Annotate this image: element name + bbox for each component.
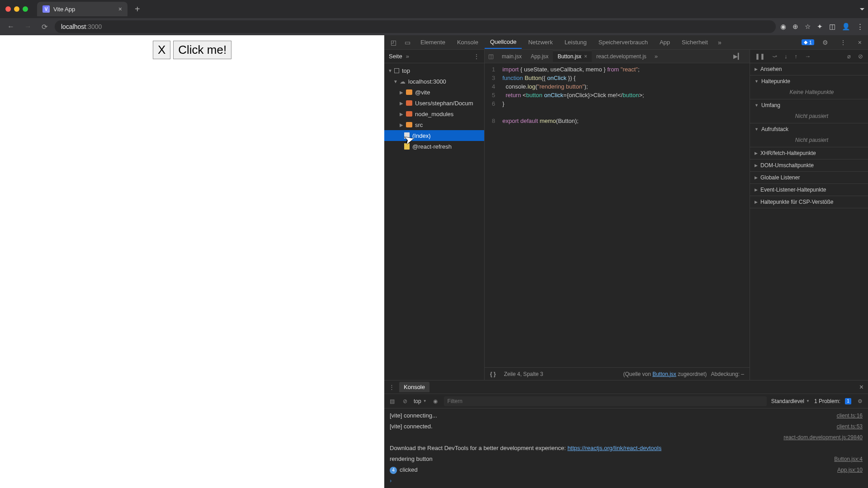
sourcemap-link[interactable]: Button.jsx — [652, 371, 676, 377]
log-source-link[interactable]: client.ts:16 — [837, 411, 863, 420]
tab-quellcode[interactable]: Quellcode — [485, 36, 522, 49]
debug-section[interactable]: ▶Ansehen — [750, 63, 868, 75]
sidepanel-icon[interactable]: ◫ — [829, 23, 835, 31]
tree-folder-src[interactable]: ▶src — [384, 119, 484, 130]
tab-elemente[interactable]: Elemente — [415, 36, 451, 48]
editor-side-icon[interactable]: ▶▎ — [730, 51, 746, 61]
x-button[interactable]: X — [153, 41, 170, 59]
maximize-window[interactable] — [23, 6, 28, 12]
tab-konsole[interactable]: Konsole — [452, 36, 484, 48]
navigator-overflow-icon[interactable]: » — [406, 53, 409, 60]
code-editor[interactable]: 13456 8 import { useState, useCallback, … — [485, 63, 750, 367]
tree-file-index[interactable]: (Index) — [384, 130, 484, 141]
console-log-line: [vite] connecting...client.ts:16 — [384, 410, 868, 421]
debug-section[interactable]: ▶DOM-Umschaltpunkte — [750, 160, 868, 172]
devtools-close-icon[interactable]: × — [854, 37, 865, 48]
debug-section[interactable]: ▼AufrufstackNicht pausiert — [750, 123, 868, 147]
log-link[interactable]: https://reactjs.org/link/react-devtools — [567, 445, 661, 451]
debug-section[interactable]: ▶XHR/fetch-Haltepunkte — [750, 147, 868, 160]
problems-badge[interactable]: 1 — [845, 398, 851, 404]
url-input[interactable]: localhost:3000 — [55, 20, 776, 33]
extensions-icon[interactable]: ✦ — [817, 23, 823, 31]
log-source-link[interactable]: client.ts:53 — [837, 422, 863, 431]
tree-folder-users[interactable]: ▶Users/stephan/Docum — [384, 98, 484, 108]
menu-icon[interactable]: ⋮ — [857, 23, 863, 31]
tree-file-react-refresh[interactable]: @react-refresh — [384, 141, 484, 152]
debug-section[interactable]: ▶Event-Listener-Haltepunkte — [750, 184, 868, 196]
settings-icon[interactable]: ⚙ — [819, 37, 832, 48]
tab-netzwerk[interactable]: Netzwerk — [523, 36, 558, 48]
live-expression-icon[interactable]: ◉ — [431, 397, 439, 405]
code-content: import { useState, useCallback, memo } f… — [499, 63, 647, 367]
reload-button[interactable]: ⟳ — [39, 21, 50, 33]
share-icon[interactable]: ◉ — [780, 23, 786, 31]
devtools: ◰ ▭ Elemente Konsole Quellcode Netzwerk … — [384, 35, 868, 488]
drawer-tab-konsole[interactable]: Konsole — [399, 382, 429, 392]
editor-tab-react-dev[interactable]: react.development.js — [592, 51, 651, 62]
tab-leistung[interactable]: Leistung — [559, 36, 592, 48]
tab-title: Vite App — [53, 6, 75, 13]
drawer-menu-icon[interactable]: ⋮ — [389, 384, 395, 390]
editor-tab-app[interactable]: App.jsx — [526, 51, 553, 62]
step-over-icon[interactable]: ⤻ — [770, 52, 779, 61]
pause-icon[interactable]: ❚❚ — [753, 52, 767, 61]
step-icon[interactable]: → — [802, 52, 813, 61]
tree-top[interactable]: ▼top — [384, 65, 484, 76]
minimize-window[interactable] — [14, 6, 19, 12]
bookmark-icon[interactable]: ☆ — [805, 23, 811, 31]
more-tabs-icon[interactable]: » — [714, 37, 725, 48]
close-icon[interactable]: × — [584, 53, 587, 60]
console-output: [vite] connecting...client.ts:16[vite] c… — [384, 408, 868, 488]
browser-tab[interactable]: V Vite App × — [37, 2, 127, 16]
log-source-link[interactable]: Button.jsx:4 — [834, 455, 863, 464]
issues-badge[interactable]: ◆ 1 — [802, 39, 814, 45]
new-tab-button[interactable]: + — [131, 4, 144, 14]
pretty-print-icon[interactable]: { } — [490, 371, 496, 377]
install-icon[interactable]: ⊕ — [793, 23, 798, 31]
navigator-tab-seite[interactable]: Seite — [389, 53, 402, 60]
profile-icon[interactable]: 👤 — [842, 23, 850, 31]
tab-speicher[interactable]: Speicherverbrauch — [593, 36, 653, 48]
drawer-close-icon[interactable]: × — [859, 383, 863, 391]
editor-nav-icon[interactable]: ◫ — [485, 51, 497, 61]
log-level-selector[interactable]: Standardlevel▼ — [771, 398, 810, 404]
line-gutter: 13456 8 — [485, 63, 499, 367]
log-source-link[interactable]: App.jsx:10 — [837, 465, 863, 474]
console-filter-input[interactable] — [444, 396, 767, 406]
tab-sicherheit[interactable]: Sicherheit — [676, 36, 713, 48]
inspect-icon[interactable]: ◰ — [387, 37, 400, 48]
editor-tab-main[interactable]: main.jsx — [497, 51, 526, 62]
pause-exceptions-icon[interactable]: ⊘ — [856, 52, 865, 61]
back-button[interactable]: ← — [5, 21, 17, 33]
console-settings-icon[interactable]: ⚙ — [856, 397, 864, 405]
editor-panel: ◫ main.jsx App.jsx Button.jsx× react.dev… — [485, 50, 750, 380]
deactivate-bp-icon[interactable]: ⌀ — [845, 52, 853, 61]
close-window[interactable] — [5, 6, 11, 12]
editor-tab-button[interactable]: Button.jsx× — [553, 51, 592, 62]
close-tab-icon[interactable]: × — [118, 5, 122, 13]
tab-app[interactable]: App — [654, 36, 675, 48]
tabs-chevron-icon[interactable] — [860, 8, 864, 10]
console-prompt[interactable] — [384, 475, 868, 486]
devtools-menu-icon[interactable]: ⋮ — [836, 37, 850, 48]
tree-folder-node-modules[interactable]: ▶node_modules — [384, 108, 484, 119]
step-into-icon[interactable]: ↓ — [782, 52, 790, 61]
console-sidebar-icon[interactable]: ▤ — [388, 397, 396, 405]
debug-section[interactable]: ▶Globale Listener — [750, 172, 868, 184]
log-source-link[interactable]: react-dom.development.js:29840 — [783, 433, 863, 442]
tree-folder-vite[interactable]: ▶@vite — [384, 87, 484, 98]
device-icon[interactable]: ▭ — [401, 37, 414, 48]
context-selector[interactable]: top▼ — [414, 398, 427, 404]
clear-console-icon[interactable]: ⊘ — [401, 397, 409, 405]
editor-overflow-icon[interactable]: » — [651, 51, 661, 61]
sources-navigator: Seite » ⋮ ▼top ▼☁localhost:3000 ▶@vite ▶… — [384, 50, 485, 380]
debug-section[interactable]: ▶Haltepunkte für CSP-Verstöße — [750, 196, 868, 208]
tree-origin[interactable]: ▼☁localhost:3000 — [384, 76, 484, 87]
click-me-button[interactable]: Click me! — [173, 41, 231, 59]
debug-section[interactable]: ▼UmfangNicht pausiert — [750, 99, 868, 123]
console-log-line: 4clickedApp.jsx:10 — [384, 465, 868, 475]
file-icon — [404, 132, 410, 139]
debug-section[interactable]: ▼HaltepunkteKeine Haltepunkte — [750, 75, 868, 99]
navigator-menu-icon[interactable]: ⋮ — [473, 53, 480, 60]
step-out-icon[interactable]: ↑ — [793, 52, 800, 61]
